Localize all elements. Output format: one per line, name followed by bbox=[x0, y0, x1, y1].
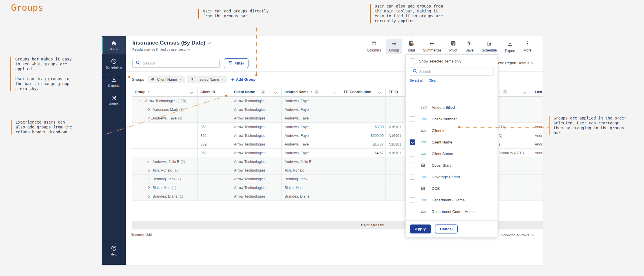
expand-group-icon[interactable] bbox=[147, 195, 150, 198]
field-item-amount-billed[interactable]: 123Amount Billed bbox=[406, 102, 498, 113]
sidebar-item-home[interactable]: Home bbox=[102, 36, 126, 54]
search-icon bbox=[136, 60, 140, 66]
field-label: Department Code - Home bbox=[432, 209, 475, 214]
field-item-dob[interactable]: DOB bbox=[406, 183, 498, 194]
sidebar-item-exports[interactable]: Exports bbox=[102, 73, 126, 91]
column-header-client_name[interactable]: Client Name↑1 bbox=[231, 87, 282, 96]
sidebar-item-scheduling[interactable]: Scheduling bbox=[102, 54, 126, 73]
column-menu-chevron-icon[interactable] bbox=[333, 90, 336, 93]
remove-chip-icon[interactable]: × bbox=[222, 77, 224, 82]
checkbox[interactable] bbox=[410, 186, 415, 191]
group-chip[interactable]: Insured Name× bbox=[187, 76, 227, 83]
checkbox[interactable] bbox=[410, 151, 415, 157]
toolbar-more-button[interactable]: More bbox=[521, 39, 534, 54]
checkbox[interactable] bbox=[410, 197, 415, 203]
cell-last: Andr bbox=[532, 140, 543, 148]
cell-last bbox=[532, 97, 543, 105]
column-menu-chevron-icon[interactable] bbox=[223, 90, 227, 93]
column-header-ee_contribution[interactable]: EE Contribution bbox=[341, 87, 386, 96]
toolbar-button-label: Total bbox=[407, 48, 415, 52]
field-item-department-home[interactable]: abcDepartment - Home bbox=[406, 194, 498, 206]
column-header-group[interactable]: Group↑ bbox=[132, 87, 198, 96]
grid-search-box[interactable] bbox=[132, 59, 220, 68]
expand-group-icon[interactable] bbox=[147, 169, 150, 172]
cell-client_name: Arrow Technologies bbox=[231, 97, 282, 105]
checkbox[interactable] bbox=[410, 163, 415, 168]
column-menu-chevron-icon[interactable] bbox=[523, 90, 526, 93]
toolbar-save-button[interactable]: Save bbox=[463, 39, 477, 54]
expand-group-icon[interactable] bbox=[147, 186, 150, 189]
cell-client_id: 362 bbox=[198, 123, 231, 131]
panel-search-box[interactable] bbox=[410, 67, 493, 76]
checkbox[interactable] bbox=[410, 105, 415, 110]
sidebar-item-label: Scheduling bbox=[106, 66, 122, 69]
field-type-icon: abc bbox=[421, 128, 432, 133]
expand-group-icon[interactable] bbox=[147, 108, 150, 111]
column-menu-chevron-icon[interactable] bbox=[378, 90, 381, 93]
report-title[interactable]: Insurance Census (By Date) bbox=[132, 40, 210, 46]
field-label: Coverage Period bbox=[432, 175, 460, 179]
download-icon bbox=[507, 41, 513, 48]
toolbar-total-button[interactable]: Total bbox=[404, 39, 417, 54]
field-item-client-id[interactable]: abcClient Id bbox=[406, 125, 498, 136]
toolbar-button-label: Schedule bbox=[482, 48, 497, 52]
sidebar-item-admin[interactable]: Admin bbox=[102, 91, 126, 109]
column-header-insured_name[interactable]: Insured Name↑2 bbox=[282, 87, 341, 96]
collapse-group-icon[interactable] bbox=[140, 99, 142, 102]
cell-group bbox=[132, 140, 198, 148]
summarize-icon bbox=[429, 41, 435, 47]
cell-last bbox=[532, 183, 543, 192]
cancel-button[interactable]: Cancel bbox=[435, 225, 458, 233]
field-item-coverage-period[interactable]: abcCoverage Period bbox=[406, 171, 498, 183]
field-item-client-status[interactable]: abcClient Status bbox=[406, 148, 498, 159]
cell-client_name: Arrow Technologies bbox=[231, 123, 282, 131]
apply-button[interactable]: Apply bbox=[410, 225, 431, 233]
checkbox[interactable] bbox=[410, 128, 415, 133]
save-icon bbox=[467, 41, 472, 47]
rows-display-selector[interactable]: Showing all rows bbox=[501, 233, 534, 237]
field-item-cover-start[interactable]: Cover Start bbox=[406, 159, 498, 171]
toolbar-schedule-button[interactable]: Schedule bbox=[479, 39, 500, 54]
checkbox[interactable] bbox=[410, 174, 415, 180]
filter-button[interactable]: Filter bbox=[224, 58, 248, 68]
leader-line-group-button bbox=[413, 29, 413, 44]
grid-search-input[interactable] bbox=[143, 61, 216, 65]
checkbox[interactable] bbox=[410, 116, 415, 122]
show-selected-checkbox[interactable] bbox=[410, 58, 415, 64]
view-selector-chevron-icon bbox=[531, 61, 534, 64]
view-selector[interactable]: View: Report Default bbox=[495, 61, 534, 65]
toolbar-pivot-button[interactable]: Pivot bbox=[446, 39, 460, 54]
add-group-button[interactable]: + Add Group bbox=[231, 77, 255, 82]
field-item-department-code-home[interactable]: abcDepartment Code - Home bbox=[406, 206, 498, 217]
field-item-client-name[interactable]: abcClient Name bbox=[406, 136, 498, 148]
checkbox[interactable] bbox=[410, 209, 415, 214]
cell-ee_contribution: $0.00 bbox=[341, 123, 386, 131]
column-header-last[interactable]: Last bbox=[532, 87, 543, 96]
checkbox-checked[interactable] bbox=[410, 139, 415, 145]
field-item-division-home[interactable]: abcDivision - Home bbox=[406, 217, 498, 220]
column-menu-chevron-icon[interactable] bbox=[190, 90, 193, 93]
group-count: (1) bbox=[177, 177, 181, 181]
cell-client_id bbox=[198, 183, 231, 192]
group-chip[interactable]: Client Name× bbox=[148, 76, 185, 83]
toolbar-group-button[interactable]: Group bbox=[386, 39, 402, 54]
collapse-group-icon[interactable] bbox=[147, 160, 150, 163]
cell-client_name: Arrow Technologies bbox=[231, 183, 282, 192]
column-menu-chevron-icon[interactable] bbox=[274, 90, 277, 93]
select-all-link[interactable]: Select all bbox=[410, 79, 423, 82]
cell-insured_name: Andrews, Faye bbox=[282, 149, 341, 157]
expand-group-icon[interactable] bbox=[147, 178, 150, 181]
report-title-chevron-icon[interactable] bbox=[208, 41, 211, 44]
clear-link[interactable]: Clear bbox=[429, 79, 437, 82]
toolbar-columns-button[interactable]: Columns bbox=[364, 39, 384, 54]
panel-search-input[interactable] bbox=[419, 69, 491, 74]
sidebar-item-label: Help bbox=[110, 253, 117, 256]
toolbar-export-button[interactable]: Export bbox=[502, 39, 518, 54]
remove-chip-icon[interactable]: × bbox=[179, 77, 182, 82]
field-item-check-number[interactable]: abcCheck Number bbox=[406, 113, 498, 125]
cell-client_name: Arrow Technologies bbox=[231, 166, 282, 174]
column-header-label: Last bbox=[535, 90, 542, 94]
collapse-group-icon[interactable] bbox=[147, 116, 150, 119]
toolbar-summarize-button[interactable]: Summarize bbox=[420, 39, 444, 54]
sidebar-item-help[interactable]: Help bbox=[102, 241, 126, 260]
